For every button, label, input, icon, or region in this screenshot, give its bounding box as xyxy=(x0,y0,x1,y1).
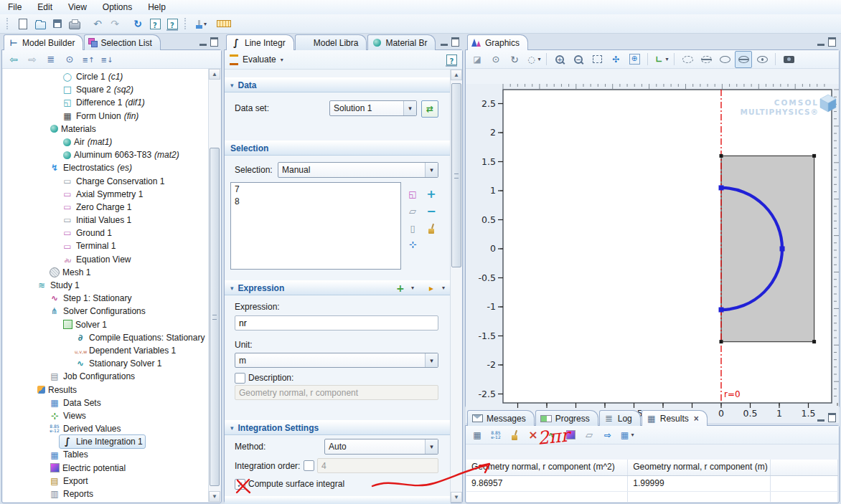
selection-listbox[interactable]: 7 8 xyxy=(230,182,401,270)
tree-scrollbar[interactable] xyxy=(208,69,220,502)
measure-button[interactable] xyxy=(215,15,232,32)
zoom-box-button[interactable] xyxy=(588,51,606,68)
add-expression-icon[interactable] xyxy=(395,282,406,294)
create-selection-button[interactable] xyxy=(405,186,420,202)
display-precision-button[interactable] xyxy=(487,427,504,444)
print-button[interactable] xyxy=(66,15,83,32)
table-cell[interactable] xyxy=(771,492,838,502)
minimize-icon[interactable] xyxy=(817,37,824,46)
zoom-in-button[interactable] xyxy=(551,51,568,68)
table-cell[interactable]: 1.99999 xyxy=(628,476,770,491)
expression-input[interactable] xyxy=(235,315,438,331)
tab-log[interactable]: Log xyxy=(599,410,641,426)
table-cell[interactable] xyxy=(771,476,838,491)
redo-button[interactable] xyxy=(106,15,123,32)
snapshot-button[interactable] xyxy=(780,51,797,68)
tree-item[interactable]: Square 2(sq2) xyxy=(3,83,210,96)
scrollbar-thumb[interactable] xyxy=(210,148,220,486)
pan-button[interactable] xyxy=(626,51,643,68)
clear-table-button[interactable] xyxy=(506,427,523,444)
full-precision-button[interactable] xyxy=(469,427,486,444)
replace-expression-icon[interactable] xyxy=(426,282,437,294)
display-options-button[interactable] xyxy=(618,427,635,444)
tree-item[interactable]: Circle 1(c1) xyxy=(3,70,210,83)
chevron-down-icon[interactable] xyxy=(425,353,438,367)
menu-view[interactable]: View xyxy=(60,1,95,14)
select-edges-button[interactable] xyxy=(735,51,752,68)
minimize-icon[interactable] xyxy=(441,37,448,46)
close-icon[interactable] xyxy=(694,414,699,424)
integration-order-checkbox[interactable] xyxy=(304,460,314,471)
scroll-up-icon[interactable] xyxy=(209,69,220,80)
copy-selection-button[interactable] xyxy=(405,204,420,219)
plot-area[interactable]: 2.521.510.50-0.5-1-1.5-2-2.5-3.5-3-2.5-2… xyxy=(466,84,839,423)
table-header-cell[interactable] xyxy=(771,460,838,475)
maximize-icon[interactable] xyxy=(828,37,836,47)
menu-file[interactable]: File xyxy=(0,1,29,14)
copy-table-button[interactable] xyxy=(581,427,598,444)
tab-line-integr[interactable]: Line Integr xyxy=(226,34,294,50)
tree-item[interactable]: Terminal 1 xyxy=(3,239,210,252)
tree-item[interactable]: Electric potential xyxy=(3,462,210,475)
tree-item[interactable]: Difference 1(dif1) xyxy=(3,96,210,109)
save-button[interactable] xyxy=(49,15,66,32)
tab-model-builder[interactable]: Model Builder xyxy=(4,34,83,50)
zoom-out-button[interactable] xyxy=(570,51,587,68)
select-boundaries-button[interactable] xyxy=(716,51,733,68)
tab-selection-list[interactable]: Selection List xyxy=(84,34,160,50)
table-cell[interactable] xyxy=(628,492,770,502)
tree-item[interactable]: Solver Configurations xyxy=(3,305,210,318)
minimize-icon[interactable] xyxy=(817,413,824,422)
chevron-down-icon[interactable] xyxy=(425,439,438,454)
chevron-down-icon[interactable] xyxy=(411,285,414,291)
data-section-header[interactable]: Data xyxy=(225,77,451,92)
integration-section-header[interactable]: Integration Settings xyxy=(225,420,451,435)
remove-from-selection-button[interactable] xyxy=(423,204,439,219)
scrollbar-thumb[interactable] xyxy=(451,83,461,267)
chevron-down-icon[interactable] xyxy=(442,285,445,291)
chevron-down-icon[interactable] xyxy=(425,163,438,177)
tree-item[interactable]: Results xyxy=(3,384,210,396)
tree-item[interactable]: Zero Charge 1 xyxy=(3,201,210,214)
dataset-select[interactable]: Solution 1 xyxy=(329,100,417,116)
tree-item[interactable]: Stationary Solver 1 xyxy=(3,357,210,370)
tree-item[interactable]: Electrostatics(es) xyxy=(3,161,210,174)
tree-item[interactable]: Form Union(fin) xyxy=(3,110,210,123)
scroll-down-icon[interactable] xyxy=(209,491,220,502)
update-solution-button[interactable] xyxy=(129,15,146,32)
maximize-icon[interactable] xyxy=(210,37,218,47)
tab-progress[interactable]: Progress xyxy=(535,410,598,426)
list-item[interactable]: 8 xyxy=(231,196,400,208)
menu-help[interactable]: Help xyxy=(140,1,174,14)
tree-item[interactable]: Air(mat1) xyxy=(3,135,210,148)
tree-item[interactable]: Step 1: Stationary xyxy=(3,292,210,305)
list-item[interactable]: 7 xyxy=(231,184,400,196)
table-surface-button[interactable] xyxy=(562,427,579,444)
tree-item[interactable]: Reports xyxy=(3,488,210,500)
table-header-cell[interactable]: Geometry normal, r component (m) xyxy=(628,460,770,475)
menu-edit[interactable]: Edit xyxy=(29,1,60,14)
expression-section-header[interactable]: Expression xyxy=(225,280,451,295)
add-to-selection-button[interactable] xyxy=(423,186,439,202)
tree-item[interactable]: Aluminum 6063-T83(mat2) xyxy=(3,148,210,161)
tree-item[interactable]: Data Sets xyxy=(3,396,210,409)
tree-item[interactable]: Job Configurations xyxy=(3,370,210,383)
next-section-header[interactable] xyxy=(225,496,451,504)
select-points-button[interactable] xyxy=(753,51,771,68)
surface-integral-checkbox[interactable] xyxy=(235,479,245,490)
orientation-button[interactable] xyxy=(652,51,669,68)
description-checkbox[interactable] xyxy=(235,373,245,384)
tree-item[interactable]: Dependent Variables 1 xyxy=(3,344,210,357)
tree-item[interactable]: Charge Conservation 1 xyxy=(3,175,210,188)
tree-item[interactable]: Equation View xyxy=(3,253,210,266)
export-table-button[interactable] xyxy=(599,427,616,444)
table-cell[interactable] xyxy=(466,492,628,502)
scroll-up-icon[interactable] xyxy=(451,70,462,80)
scroll-down-icon[interactable] xyxy=(451,492,462,503)
context-help-button[interactable] xyxy=(164,15,181,32)
minimize-icon[interactable] xyxy=(199,37,207,46)
tab-model-libra[interactable]: Model Libra xyxy=(295,34,367,50)
method-select[interactable]: Auto xyxy=(324,439,438,455)
tree-item[interactable]: Mesh 1 xyxy=(3,266,210,279)
tree-item[interactable]: Export xyxy=(3,475,210,488)
